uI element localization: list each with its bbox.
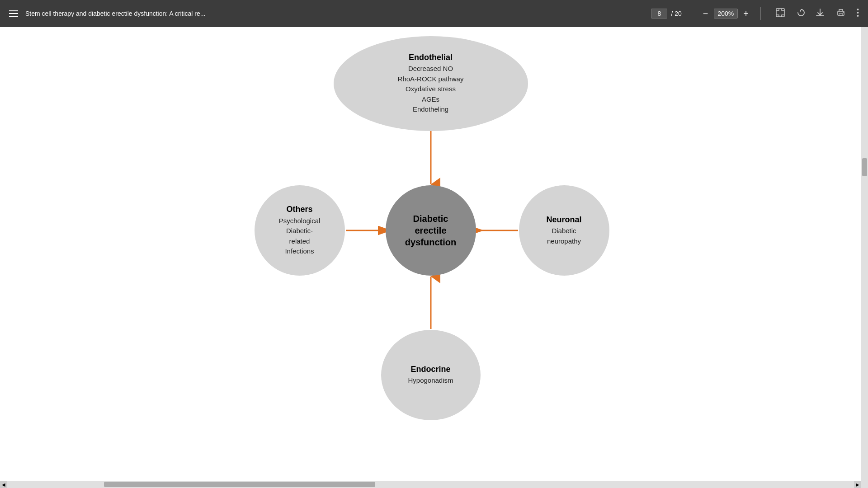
endothelial-body: Decreased NO RhoA-ROCK pathway Oxydative…: [398, 64, 464, 115]
horizontal-scrollbar[interactable]: [0, 481, 861, 488]
endocrine-title: Endocrine: [410, 364, 450, 375]
toolbar: Stem cell therapy and diabetic erectile …: [0, 0, 868, 27]
scroll-left-button[interactable]: ◀: [0, 481, 7, 488]
svg-point-3: [843, 12, 844, 13]
others-line-1: Psychological: [279, 216, 321, 226]
divider: [691, 7, 691, 20]
rotate-button[interactable]: [794, 6, 808, 22]
others-node: Others Psychological Diabetic-relatedInf…: [255, 185, 345, 276]
horizontal-scrollbar-thumb[interactable]: [104, 482, 375, 487]
toolbar-icons: [774, 6, 808, 22]
more-options-button[interactable]: [855, 6, 861, 21]
endothelial-line-4: AGEs: [398, 94, 464, 105]
page-number-input[interactable]: [651, 9, 667, 19]
svg-point-5: [857, 12, 859, 14]
divider2: [760, 7, 761, 20]
pdf-content: Endothelial Decreased NO RhoA-ROCK pathw…: [0, 27, 861, 488]
others-body: Psychological Diabetic-relatedInfections: [279, 216, 321, 257]
download-button[interactable]: [813, 6, 827, 22]
zoom-controls: − 200% +: [700, 8, 751, 19]
endothelial-line-3: Oxydative stress: [398, 84, 464, 94]
vertical-scrollbar[interactable]: [861, 27, 868, 488]
endocrine-line-1: Hypogonadism: [408, 375, 453, 386]
svg-rect-0: [776, 9, 784, 17]
zoom-in-button[interactable]: +: [741, 8, 751, 19]
neuronal-node: Neuronal Diabeticneuropathy: [519, 185, 609, 276]
svg-rect-2: [839, 14, 843, 15]
endocrine-body: Hypogonadism: [408, 375, 453, 386]
zoom-out-button[interactable]: −: [700, 8, 711, 19]
neuronal-body: Diabeticneuropathy: [547, 226, 581, 246]
others-title: Others: [286, 204, 312, 215]
svg-point-4: [857, 9, 859, 10]
menu-button[interactable]: [7, 9, 20, 19]
endocrine-node: Endocrine Hypogonadism: [381, 330, 481, 420]
neuronal-title: Neuronal: [546, 215, 581, 225]
endothelial-line-5: Endotheling: [398, 104, 464, 115]
toolbar-right: [813, 6, 861, 22]
endothelial-line-1: Decreased NO: [398, 64, 464, 74]
document-title: Stem cell therapy and diabetic erectile …: [25, 10, 646, 17]
fit-page-button[interactable]: [774, 6, 787, 22]
center-title: Diabeticerectiledysfunction: [405, 213, 456, 248]
zoom-level: 200%: [714, 9, 738, 19]
svg-point-6: [857, 15, 859, 17]
diagram: Endothelial Decreased NO RhoA-ROCK pathw…: [227, 32, 634, 465]
others-line-2: Diabetic-relatedInfections: [279, 226, 321, 257]
page-controls: / 20: [651, 9, 681, 19]
endothelial-node: Endothelial Decreased NO RhoA-ROCK pathw…: [334, 36, 528, 131]
endothelial-line-2: RhoA-ROCK pathway: [398, 74, 464, 84]
center-node: Diabeticerectiledysfunction: [386, 185, 476, 276]
scroll-right-button[interactable]: ▶: [854, 481, 861, 488]
neuronal-line-1: Diabeticneuropathy: [547, 226, 581, 246]
endothelial-title: Endothelial: [409, 52, 453, 63]
scrollbar-thumb[interactable]: [862, 158, 867, 176]
page-separator: / 20: [671, 10, 681, 17]
print-button[interactable]: [834, 6, 848, 22]
